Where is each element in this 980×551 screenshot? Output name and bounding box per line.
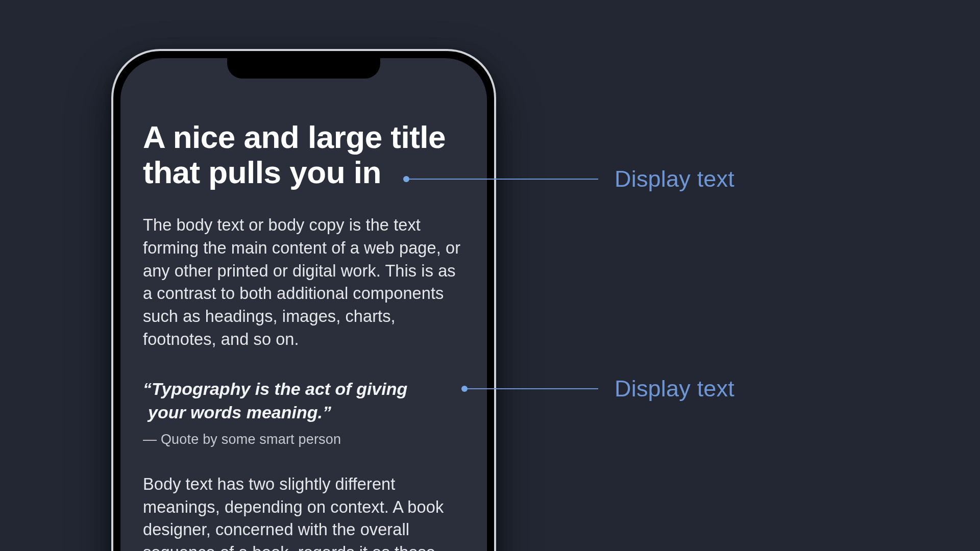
phone-screen: A nice and large title that pulls you in… <box>120 58 487 551</box>
quote-text: “Typography is the act of giving your wo… <box>143 378 464 424</box>
annotation-line <box>409 179 598 180</box>
body-paragraph-2: Body text has two slightly different mea… <box>143 473 464 551</box>
annotation-label: Display text <box>615 166 734 192</box>
annotation-line <box>468 388 598 390</box>
annotation-display-text-title: Display text <box>403 166 734 192</box>
phone-frame: A nice and large title that pulls you in… <box>111 49 496 551</box>
annotation-dot-icon <box>403 176 409 182</box>
body-paragraph-1: The body text or body copy is the text f… <box>143 214 464 351</box>
annotation-label: Display text <box>615 375 734 402</box>
annotation-display-text-quote: Display text <box>461 375 734 402</box>
quote-block: “Typography is the act of giving your wo… <box>143 378 464 447</box>
quote-attribution: — Quote by some smart person <box>143 432 464 447</box>
annotation-dot-icon <box>461 386 468 392</box>
quote-line-2: your words meaning.” <box>143 403 331 422</box>
quote-line-1: “Typography is the act of giving <box>143 379 407 398</box>
phone-notch <box>227 51 380 79</box>
